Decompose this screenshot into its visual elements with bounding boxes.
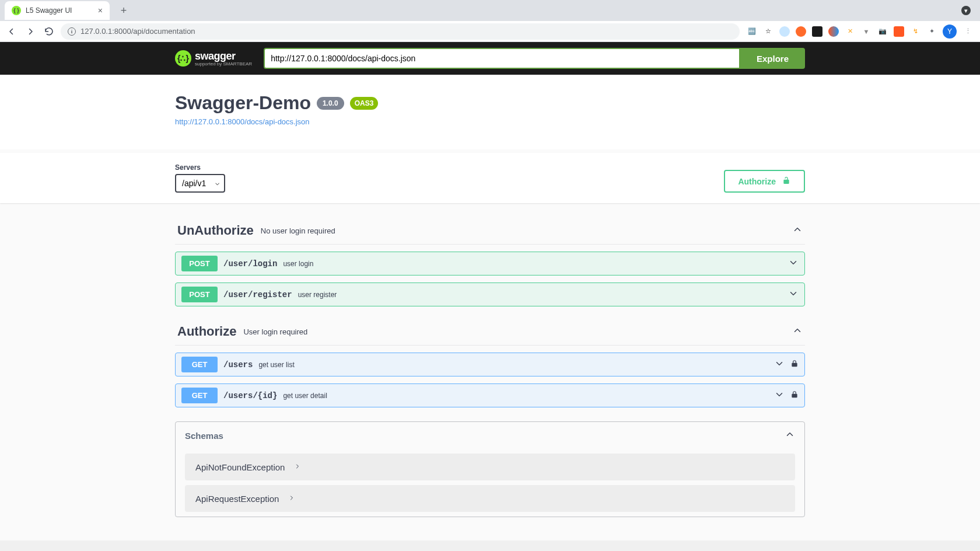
operation-path: /user/register xyxy=(223,290,292,299)
chevron-up-icon xyxy=(785,429,795,442)
extension-icon-6[interactable]: ▼ xyxy=(861,26,872,37)
operation-user-login[interactable]: POST /user/login user login xyxy=(175,252,805,276)
lock-icon[interactable] xyxy=(790,390,799,400)
authorize-button[interactable]: Authorize xyxy=(724,170,805,193)
api-title: Swagger-Demo 1.0.0 OAS3 xyxy=(175,92,805,114)
back-button[interactable] xyxy=(5,25,19,39)
extension-icon-1[interactable] xyxy=(779,26,790,37)
api-info-section: Swagger-Demo 1.0.0 OAS3 http://127.0.0.1… xyxy=(0,75,980,149)
swagger-ui: {∴} swagger supported by SMARTBEAR Explo… xyxy=(0,42,980,540)
oas-badge: OAS3 xyxy=(350,97,379,110)
chevron-up-icon xyxy=(792,224,803,237)
reload-button[interactable] xyxy=(42,25,56,39)
extension-icon-4[interactable] xyxy=(828,26,839,37)
chrome-menu-icon[interactable]: ⋮ xyxy=(963,26,973,37)
api-title-text: Swagger-Demo xyxy=(175,92,311,114)
extension-icon-2[interactable] xyxy=(796,26,806,37)
url-text: 127.0.0.1:8000/api/documentation xyxy=(80,27,195,36)
extension-icon-7[interactable]: 📷 xyxy=(877,26,888,37)
site-info-icon[interactable]: i xyxy=(68,27,76,36)
operation-summary: user login xyxy=(283,260,313,268)
chevron-down-icon xyxy=(788,257,799,270)
schema-item[interactable]: ApiNotFoundException xyxy=(185,454,795,480)
swagger-supported-text: supported by SMARTBEAR xyxy=(195,61,252,67)
toolbar-icons: 🔤 ☆ ✕ ▼ 📷 ↯ ✦ Y ⋮ xyxy=(744,25,975,39)
chevron-right-icon xyxy=(294,462,301,472)
version-badge: 1.0.0 xyxy=(317,97,344,110)
servers-label: Servers xyxy=(175,163,225,172)
schema-item[interactable]: ApiRequestException xyxy=(185,485,795,512)
tag-name: UnAuthorize xyxy=(177,223,254,238)
method-badge: GET xyxy=(181,388,218,403)
servers-select[interactable]: /api/v1 xyxy=(175,174,225,193)
tab-title: L5 Swagger UI xyxy=(26,6,72,15)
operation-users-detail[interactable]: GET /users/{id} get user detail xyxy=(175,383,805,407)
chevron-down-icon xyxy=(774,358,785,371)
extension-icon-9[interactable]: ↯ xyxy=(910,26,921,37)
operation-summary: get user detail xyxy=(283,392,327,400)
scheme-container: Servers /api/v1 Authorize xyxy=(0,153,980,203)
schemas-section: Schemas ApiNotFoundException ApiRequestE… xyxy=(175,421,805,517)
close-tab-icon[interactable]: × xyxy=(98,6,103,15)
schemas-header[interactable]: Schemas xyxy=(176,422,804,449)
tag-name: Authorize xyxy=(177,324,236,339)
swagger-brand-text: swagger xyxy=(195,50,236,62)
method-badge: POST xyxy=(181,256,218,271)
bookmark-star-icon[interactable]: ☆ xyxy=(763,26,774,37)
chevron-right-icon xyxy=(288,493,295,504)
tag-description: No user login required xyxy=(261,226,335,235)
operation-path: /user/login xyxy=(223,259,277,268)
method-badge: GET xyxy=(181,357,218,372)
swagger-topbar: {∴} swagger supported by SMARTBEAR Explo… xyxy=(0,42,980,75)
tag-unauthorize[interactable]: UnAuthorize No user login required xyxy=(175,217,805,245)
operation-summary: user register xyxy=(298,291,337,299)
tag-authorize[interactable]: Authorize User login required xyxy=(175,318,805,346)
spec-url-input[interactable] xyxy=(264,48,740,69)
explore-button[interactable]: Explore xyxy=(740,48,805,69)
swagger-logo-icon: {∴} xyxy=(175,50,191,67)
extensions-puzzle-icon[interactable]: ✦ xyxy=(926,26,937,37)
operation-path: /users xyxy=(223,360,253,369)
translate-icon[interactable]: 🔤 xyxy=(747,26,757,37)
operations-wrapper: UnAuthorize No user login required POST … xyxy=(175,203,805,540)
new-tab-button[interactable]: + xyxy=(116,5,132,17)
schema-name: ApiNotFoundException xyxy=(195,462,285,472)
swagger-logo: {∴} swagger supported by SMARTBEAR xyxy=(175,50,252,67)
chevron-down-icon xyxy=(788,288,799,301)
browser-tab[interactable]: { } L5 Swagger UI × xyxy=(5,1,110,20)
browser-toolbar: i 127.0.0.1:8000/api/documentation 🔤 ☆ ✕… xyxy=(0,21,980,42)
extension-icon-8[interactable] xyxy=(894,26,904,37)
account-indicator-icon[interactable]: ▾ xyxy=(961,6,971,15)
schemas-title: Schemas xyxy=(185,431,223,441)
authorize-label: Authorize xyxy=(738,177,776,186)
operation-path: /users/{id} xyxy=(223,391,277,400)
method-badge: POST xyxy=(181,287,218,302)
extension-icon-5[interactable]: ✕ xyxy=(845,26,855,37)
address-bar[interactable]: i 127.0.0.1:8000/api/documentation xyxy=(61,23,740,40)
browser-chrome: { } L5 Swagger UI × + ▾ i 127.0.0.1:8000… xyxy=(0,0,980,42)
favicon-icon: { } xyxy=(12,6,21,15)
tab-strip: { } L5 Swagger UI × + ▾ xyxy=(0,0,980,21)
operation-summary: get user list xyxy=(258,361,294,369)
api-docs-link[interactable]: http://127.0.0.1:8000/docs/api-docs.json xyxy=(175,117,805,126)
lock-open-icon xyxy=(782,176,791,187)
forward-button[interactable] xyxy=(23,25,37,39)
schema-name: ApiRequestException xyxy=(195,494,279,504)
operation-user-register[interactable]: POST /user/register user register xyxy=(175,283,805,306)
chevron-down-icon xyxy=(774,389,785,402)
lock-icon[interactable] xyxy=(790,360,799,369)
chevron-up-icon xyxy=(792,325,803,338)
profile-avatar[interactable]: Y xyxy=(943,25,957,39)
operation-users-list[interactable]: GET /users get user list xyxy=(175,353,805,376)
tag-description: User login required xyxy=(243,327,307,336)
extension-icon-3[interactable] xyxy=(812,26,822,37)
